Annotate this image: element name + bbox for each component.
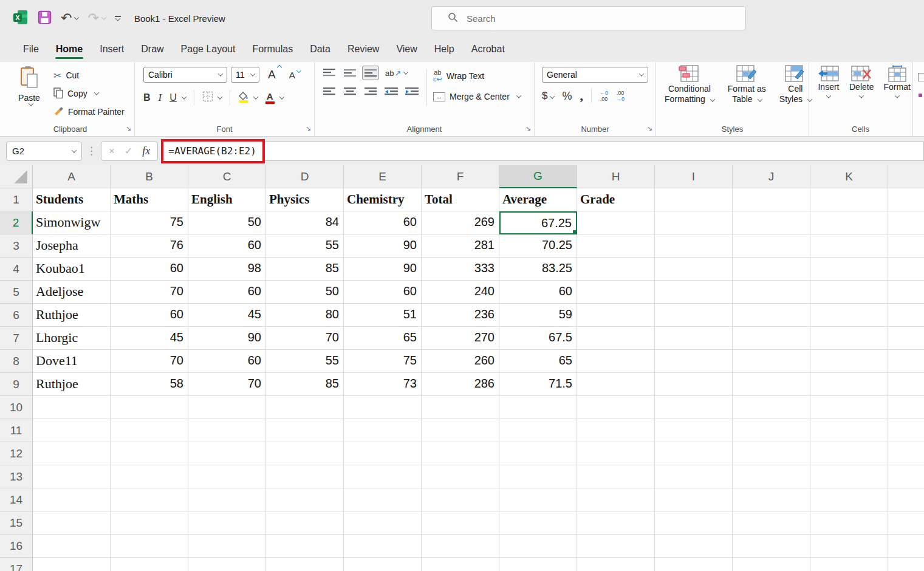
insert-cells-button[interactable]: Insert [818, 65, 840, 121]
cell-I13[interactable] [655, 465, 733, 488]
align-center-button[interactable] [341, 84, 358, 99]
cell-E17[interactable] [344, 558, 422, 571]
cell-E3[interactable]: 90 [344, 234, 422, 258]
cell-A9[interactable]: Ruthjoe [33, 373, 111, 396]
cell-A3[interactable]: Josepha [33, 234, 111, 258]
cancel-icon[interactable]: × [109, 145, 115, 157]
cell-C2[interactable]: 50 [188, 211, 266, 234]
underline-button[interactable]: U [169, 92, 177, 103]
formula-input[interactable]: =AVERAGE(B2:E2) [161, 142, 924, 161]
cell-C17[interactable] [188, 558, 266, 571]
cell-E13[interactable] [344, 465, 422, 488]
cell-I14[interactable] [655, 488, 733, 511]
cell-partial-8[interactable] [888, 350, 924, 373]
row-header-14[interactable]: 14 [0, 488, 33, 511]
cell-H16[interactable] [577, 535, 655, 558]
cell-H2[interactable] [577, 211, 655, 234]
cell-E6[interactable]: 51 [344, 304, 422, 327]
cell-B17[interactable] [111, 558, 188, 571]
cell-F16[interactable] [422, 535, 499, 558]
cell-A7[interactable]: Lhorgic [33, 327, 111, 350]
cell-K2[interactable] [810, 211, 888, 234]
cell-H14[interactable] [577, 488, 655, 511]
cell-H9[interactable] [577, 373, 655, 396]
cell-G15[interactable] [499, 511, 577, 535]
cell-G14[interactable] [499, 488, 577, 511]
cell-F6[interactable]: 236 [422, 304, 499, 327]
cell-J16[interactable] [733, 535, 810, 558]
cell-B9[interactable]: 58 [111, 373, 188, 396]
cell-I15[interactable] [655, 511, 733, 535]
cell-J8[interactable] [733, 350, 810, 373]
cell-C15[interactable] [188, 511, 266, 535]
cell-A15[interactable] [33, 511, 111, 535]
cell-partial-5[interactable] [888, 281, 924, 304]
number-format-select[interactable]: General [542, 67, 648, 83]
column-header-partial[interactable] [888, 165, 924, 188]
cell-F2[interactable]: 269 [422, 211, 499, 234]
column-header-E[interactable]: E [344, 165, 422, 188]
align-bottom-button[interactable] [362, 66, 379, 80]
cell-H7[interactable] [577, 327, 655, 350]
cell-J5[interactable] [733, 281, 810, 304]
column-header-F[interactable]: F [422, 165, 499, 188]
cell-J7[interactable] [733, 327, 810, 350]
cell-D12[interactable] [266, 442, 344, 465]
row-header-5[interactable]: 5 [0, 281, 33, 304]
cell-B8[interactable]: 70 [111, 350, 188, 373]
orientation-button[interactable]: ab↗ [385, 69, 408, 78]
fill-handle[interactable] [572, 230, 577, 234]
cell-K13[interactable] [810, 465, 888, 488]
cell-I1[interactable] [655, 188, 733, 211]
cell-A14[interactable] [33, 488, 111, 511]
cell-C10[interactable] [188, 396, 266, 419]
cell-J11[interactable] [733, 419, 810, 442]
column-header-I[interactable]: I [655, 165, 733, 188]
merge-center-dropdown-icon[interactable] [516, 93, 521, 98]
cell-E4[interactable]: 90 [344, 258, 422, 281]
cell-A4[interactable]: Koubao1 [33, 258, 111, 281]
cell-I12[interactable] [655, 442, 733, 465]
format-painter-button[interactable]: Format Painter [53, 104, 125, 119]
row-header-11[interactable]: 11 [0, 419, 33, 442]
cell-J3[interactable] [733, 234, 810, 258]
cell-F5[interactable]: 240 [422, 281, 499, 304]
tab-help[interactable]: Help [426, 36, 463, 62]
cell-J10[interactable] [733, 396, 810, 419]
cell-J1[interactable] [733, 188, 810, 211]
cell-partial-7[interactable] [888, 327, 924, 350]
underline-dropdown-icon[interactable] [182, 94, 187, 99]
cell-partial-3[interactable] [888, 234, 924, 258]
cell-G8[interactable]: 65 [499, 350, 577, 373]
cell-D8[interactable]: 55 [266, 350, 344, 373]
cell-K8[interactable] [810, 350, 888, 373]
cell-D16[interactable] [266, 535, 344, 558]
cell-E5[interactable]: 60 [344, 281, 422, 304]
row-header-9[interactable]: 9 [0, 373, 33, 396]
cell-D5[interactable]: 50 [266, 281, 344, 304]
cell-D3[interactable]: 55 [266, 234, 344, 258]
increase-decimal-button[interactable]: ←0.00 [600, 90, 608, 103]
accounting-format-button[interactable]: $ [542, 90, 554, 102]
cell-partial-11[interactable] [888, 419, 924, 442]
cell-C4[interactable]: 98 [188, 258, 266, 281]
cell-G12[interactable] [499, 442, 577, 465]
cell-K5[interactable] [810, 281, 888, 304]
format-as-table-button[interactable]: Format as Table [728, 65, 766, 121]
cell-E15[interactable] [344, 511, 422, 535]
cell-D1[interactable]: Physics [266, 188, 344, 211]
cell-F13[interactable] [422, 465, 499, 488]
cell-partial-13[interactable] [888, 465, 924, 488]
customize-quick-access-icon[interactable] [115, 16, 121, 21]
cell-K12[interactable] [810, 442, 888, 465]
row-header-13[interactable]: 13 [0, 465, 33, 488]
cell-A8[interactable]: Dove11 [33, 350, 111, 373]
cell-F10[interactable] [422, 396, 499, 419]
cell-A1[interactable]: Students [33, 188, 111, 211]
cell-D13[interactable] [266, 465, 344, 488]
cell-H15[interactable] [577, 511, 655, 535]
cell-F14[interactable] [422, 488, 499, 511]
fill-color-button[interactable] [238, 91, 250, 105]
cell-E2[interactable]: 60 [344, 211, 422, 234]
row-header-17[interactable]: 17 [0, 558, 33, 571]
